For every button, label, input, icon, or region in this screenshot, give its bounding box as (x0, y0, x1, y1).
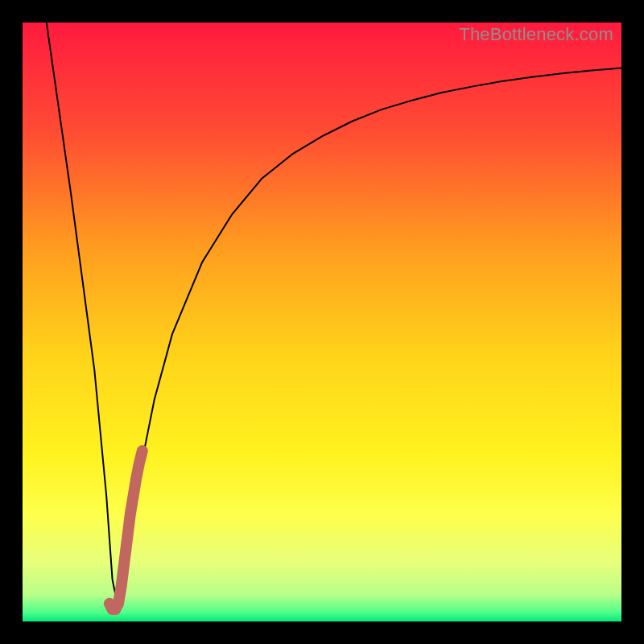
chart-frame: TheBottleneck.com (0, 0, 644, 644)
chart-svg (23, 23, 621, 621)
watermark-text: TheBottleneck.com (459, 24, 613, 45)
plot-area: TheBottleneck.com (23, 23, 621, 621)
chart-background (23, 23, 621, 621)
